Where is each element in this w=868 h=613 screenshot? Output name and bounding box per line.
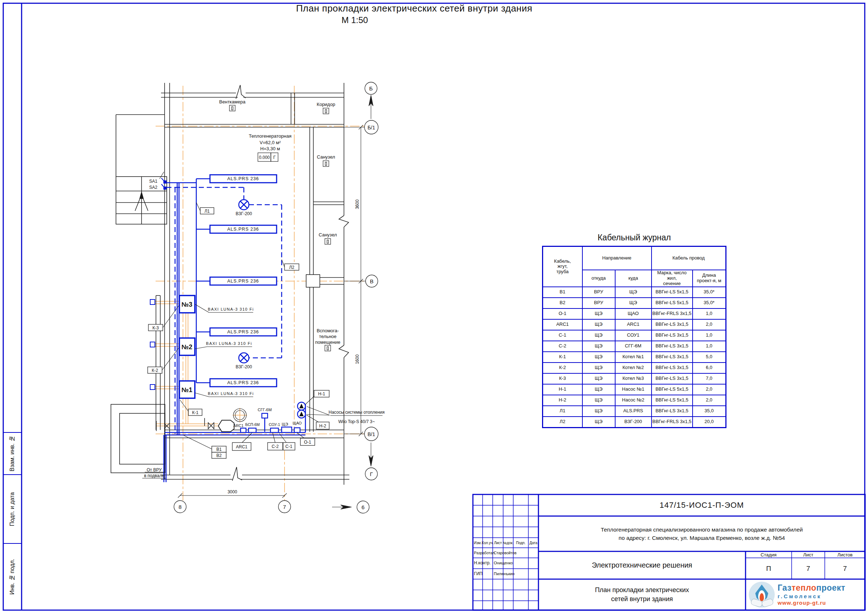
- axis-lines: [151, 86, 366, 501]
- cable-length: 1,0: [693, 309, 726, 319]
- sheets-value: 7: [825, 558, 865, 579]
- col-header-cable: Кабель, жгут, труба: [543, 247, 583, 287]
- pumps-note-1: Насосы системы отопления: [329, 410, 384, 415]
- pumps-note-2: Wilo Top-S 40/7 3~: [338, 419, 375, 424]
- page-title: План прокладки электрических сетей внутр…: [288, 3, 540, 14]
- cable-to: СОУ1: [615, 330, 651, 341]
- object-line-2: по адресу: г. Смоленск, ул. Маршала Ерем…: [601, 534, 803, 542]
- section-title: Электротехнические решения: [538, 551, 746, 579]
- room-aux-1: Вспомога-: [316, 328, 339, 333]
- boiler-2: №2: [181, 343, 192, 351]
- sheet-label: Лист: [792, 551, 825, 558]
- tag-l1: Л1: [205, 209, 210, 214]
- cable-row: К-2 ЩЭ Котел №2 ВВГнг-LS 3х1,5 6,0: [543, 363, 726, 373]
- tag-c1: С-1: [285, 444, 293, 449]
- cable-from: ЩЭ: [583, 330, 615, 341]
- cable-mark: ВВГнг-LS 3х1,5: [651, 373, 693, 384]
- rev-header-podp: Подп.: [513, 538, 529, 548]
- cable-to: Котел №1: [615, 352, 651, 363]
- dim-3000: 3000: [228, 489, 237, 494]
- logo-name: Газтеплопроект: [778, 583, 845, 593]
- room-aux-2: тельное: [319, 334, 337, 339]
- room-aux-3: помещение: [315, 340, 340, 345]
- cable-to: СГГ-6М: [615, 341, 651, 352]
- cable-to: ЩЭ: [615, 287, 651, 298]
- cable-row: В1 ВРУ ЩЭ ВВГнг-LS 5х1,5 35,0*: [543, 287, 726, 298]
- boiler-3: №3: [181, 301, 192, 308]
- cable-row: С-2 ЩЭ СГГ-6М ВВГнг-LS 3х1,5 1,0: [543, 341, 726, 352]
- object-line-1: Теплогенераторная специализированного ма…: [601, 525, 803, 534]
- cable-mark: ВВГнг-LS 5х1,5: [651, 395, 693, 406]
- cable-mark: ВВГнг-LS 3х1,5: [651, 363, 693, 373]
- cable-from: ЩЭ: [583, 417, 615, 428]
- cable-from: ЩЭ: [583, 352, 615, 363]
- cable-length: 2,0: [693, 384, 726, 395]
- cable-id: О-1: [543, 309, 583, 319]
- cable-to: ЩЭ: [615, 298, 651, 309]
- luminaire-label-2: ALS.PRS 236: [227, 227, 259, 232]
- wiring: [150, 175, 305, 482]
- cable-length: 35,0*: [693, 298, 726, 309]
- cable-id: К-3: [543, 373, 583, 384]
- room-teplo-height: H=3,30 м: [260, 146, 280, 151]
- cable-to: ЩАО: [615, 309, 651, 319]
- cable-from: ЩЭ: [583, 384, 615, 395]
- strip-label-vzam: Взам. инв. №: [4, 433, 21, 475]
- col-header-from: откуда: [583, 270, 615, 287]
- elevation-value: 0.000: [259, 155, 270, 160]
- drawing-title-line-1: План прокладки электрических: [595, 586, 689, 594]
- device-bsp: БСП-6М: [245, 422, 260, 427]
- cable-from: ЩЭ: [583, 341, 615, 352]
- cable-id: К-1: [543, 352, 583, 363]
- tag-h2: Н-2: [319, 424, 326, 428]
- tag-k2: К-2: [152, 368, 158, 373]
- room-teplo-volume: V=62,0 м²: [260, 140, 281, 145]
- cable-mark: ВВГнг-LS 5х1,5: [651, 287, 693, 298]
- cable-length: 2,0: [693, 395, 726, 406]
- cable-id: В2: [543, 298, 583, 309]
- cable-mark: ВВГнг-LS 3х1,5: [651, 352, 693, 363]
- luminaire-label-4: ALS.PRS 236: [227, 329, 259, 334]
- logo-city: г.Смоленск: [778, 593, 845, 600]
- cable-length: 20,0: [693, 417, 726, 428]
- tag-arc1: ARC1: [236, 444, 248, 449]
- cable-mark: ВВГнг-LS 3х1,5: [651, 406, 693, 417]
- tag-k1: К-1: [192, 410, 198, 415]
- cable-id: Н-2: [543, 395, 583, 406]
- cable-from: ЩЭ: [583, 319, 615, 330]
- room-sanuzel-1: Санузел: [317, 154, 335, 160]
- cable-to: Котел №3: [615, 373, 651, 384]
- logo-site: www.group-gt.ru: [778, 600, 845, 607]
- axis-b: Б: [369, 85, 373, 92]
- cable-mark: ВВГнг-FRLS 3х1,5: [651, 309, 693, 319]
- cable-mark: ВВГнг-LS 3х1,5: [651, 319, 693, 330]
- cable-id: С-2: [543, 341, 583, 352]
- logo-name-teplo: тепло: [792, 583, 817, 593]
- cable-row: Н-2 ЩЭ Насос №2 ВВГнг-LS 5х1,5 2,0: [543, 395, 726, 406]
- rev-header-ndok: №док.: [503, 538, 513, 548]
- axis-7: 7: [283, 504, 286, 510]
- rev-header-list: Лист: [493, 538, 503, 548]
- cable-length: 2,0: [693, 319, 726, 330]
- dim-3600: 3600: [355, 199, 360, 209]
- page-scale: М 1:50: [319, 15, 391, 25]
- tag-k3: К-3: [152, 326, 159, 331]
- cable-to: Насос №1: [615, 384, 651, 395]
- room-sanuzel-2: Санузел: [319, 232, 337, 237]
- drawing-title: План прокладки электрических сетей внутр…: [538, 579, 746, 610]
- dim-1600: 1600: [355, 354, 360, 364]
- cable-length: 35,0: [693, 406, 726, 417]
- cable-from: ЩЭ: [583, 406, 615, 417]
- switch-icons: [161, 178, 166, 189]
- cable-mark: ВВГнг-LS 3х1,5: [651, 341, 693, 352]
- col-header-direction: Направление: [583, 247, 651, 270]
- cable-length: 1,0: [693, 330, 726, 341]
- switch-sa2: SA2: [149, 185, 157, 190]
- cable-journal: Кабельный журнал Кабель, жгут, труба Нап…: [542, 233, 727, 428]
- sheet-value: 7: [792, 558, 825, 579]
- cable-to: ВЗГ-200: [615, 417, 651, 428]
- rev-header-data: Дата: [529, 538, 538, 548]
- cable-id: Л1: [543, 406, 583, 417]
- cable-length: 5,0: [693, 352, 726, 363]
- col-header-wire-group: Кабель провод: [651, 247, 726, 270]
